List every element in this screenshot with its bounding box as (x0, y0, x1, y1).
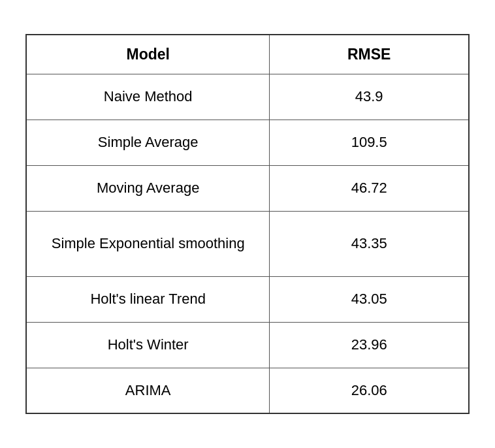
table-row: ARIMA26.06 (26, 368, 469, 413)
cell-model: Simple Exponential smoothing (26, 211, 270, 276)
cell-rmse: 23.96 (270, 322, 469, 368)
cell-model: Moving Average (26, 165, 270, 211)
header-row: Model RMSE (26, 35, 469, 74)
cell-rmse: 43.9 (270, 74, 469, 120)
cell-rmse: 43.05 (270, 276, 469, 322)
table-row: Holt's Winter23.96 (26, 322, 469, 368)
cell-model: Simple Average (26, 120, 270, 165)
comparison-table: Model RMSE Naive Method43.9Simple Averag… (25, 34, 470, 415)
table-row: Simple Average109.5 (26, 120, 469, 165)
header-model: Model (26, 35, 270, 74)
cell-model: Holt's Winter (26, 322, 270, 368)
header-rmse: RMSE (270, 35, 469, 74)
table-row: Naive Method43.9 (26, 74, 469, 120)
cell-model: ARIMA (26, 368, 270, 413)
cell-model: Holt's linear Trend (26, 276, 270, 322)
table-row: Moving Average46.72 (26, 165, 469, 211)
cell-rmse: 109.5 (270, 120, 469, 165)
cell-rmse: 46.72 (270, 165, 469, 211)
table-row: Simple Exponential smoothing43.35 (26, 211, 469, 276)
table-row: Holt's linear Trend43.05 (26, 276, 469, 322)
cell-rmse: 43.35 (270, 211, 469, 276)
cell-rmse: 26.06 (270, 368, 469, 413)
cell-model: Naive Method (26, 74, 270, 120)
table-container: Model RMSE Naive Method43.9Simple Averag… (25, 34, 470, 415)
